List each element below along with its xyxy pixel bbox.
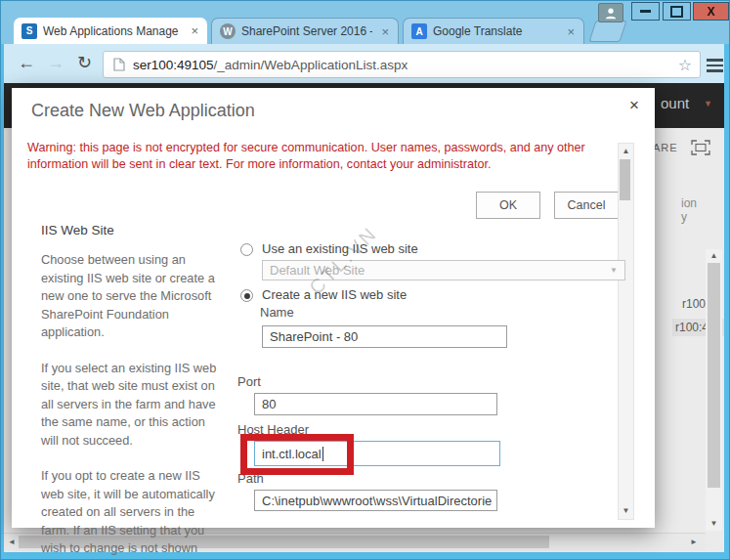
- browser-toolbar: ← → ↻ ser100:49105/_admin/WebApplication…: [4, 44, 724, 83]
- ok-button[interactable]: OK: [476, 192, 540, 219]
- url-host: ser100:49105: [133, 58, 214, 72]
- maximize-icon: [670, 6, 683, 18]
- tab-sharepoint-server[interactable]: W SharePoint Server 2016 – ×: [211, 18, 399, 44]
- page-vertical-scrollbar[interactable]: ▲ ▼: [706, 249, 722, 531]
- section-paragraph: If you opt to create a new IIS web site,…: [41, 467, 219, 558]
- radio-create-new-label[interactable]: Create a new IIS web site: [262, 287, 407, 302]
- page-fragment: y: [681, 210, 687, 224]
- tab-title: SharePoint Server 2016 –: [241, 24, 372, 38]
- scroll-down-icon[interactable]: ▼: [619, 507, 633, 515]
- focus-icon[interactable]: [691, 140, 710, 155]
- scroll-up-icon[interactable]: ▲: [619, 144, 633, 155]
- page-icon: [113, 58, 125, 71]
- tab-close-icon[interactable]: ×: [564, 25, 578, 38]
- back-icon: ←: [18, 53, 35, 72]
- minimize-button[interactable]: [631, 2, 660, 21]
- section-heading: IIS Web Site: [41, 223, 219, 237]
- create-web-application-dialog: Create New Web Application × Warning: th…: [12, 88, 655, 528]
- maximize-button[interactable]: [663, 2, 691, 21]
- tab-google-translate[interactable]: A Google Translate ×: [403, 18, 584, 44]
- name-value: SharePoint - 80: [270, 329, 358, 344]
- address-bar[interactable]: ser100:49105/_admin/WebApplicationList.a…: [103, 51, 701, 78]
- tab-title: Web Applications Manage: [43, 24, 182, 38]
- scroll-thumb[interactable]: [708, 263, 720, 488]
- minimize-icon: [640, 10, 651, 13]
- port-value: 80: [262, 397, 276, 411]
- url-text[interactable]: ser100:49105/_admin/WebApplicationList.a…: [133, 58, 408, 72]
- scroll-down-icon[interactable]: ▼: [706, 520, 722, 528]
- warning-line: information will be sent in clear text. …: [27, 157, 492, 171]
- tab-bar: S Web Applications Manage × W SharePoint…: [0, 0, 730, 44]
- dialog-close-icon[interactable]: ×: [629, 96, 639, 115]
- bookmark-star-icon[interactable]: ☆: [678, 56, 692, 74]
- dialog-scrollbar[interactable]: ▲ ▼: [618, 143, 634, 520]
- back-button[interactable]: ←: [18, 54, 35, 71]
- tab-web-applications[interactable]: S Web Applications Manage ×: [14, 18, 207, 44]
- tab-title: Google Translate: [433, 24, 558, 38]
- port-label: Port: [237, 374, 261, 389]
- reload-button[interactable]: ↻: [77, 54, 92, 71]
- section-paragraph: If you select an existing IIS web site, …: [41, 360, 219, 451]
- section-description: IIS Web Site Choose between using an exi…: [29, 223, 219, 560]
- wordpress-favicon-icon: W: [220, 23, 236, 39]
- radio-create-new-site[interactable]: [240, 289, 253, 302]
- scroll-thumb[interactable]: [620, 159, 630, 200]
- scroll-up-icon[interactable]: ▲: [706, 249, 722, 260]
- name-label: Name: [260, 305, 294, 320]
- port-input[interactable]: 80: [254, 393, 497, 415]
- sharepoint-favicon-icon: S: [21, 23, 37, 39]
- cancel-button[interactable]: Cancel: [554, 192, 619, 219]
- share-fragment[interactable]: ARE: [653, 142, 678, 153]
- dialog-title: Create New Web Application: [31, 101, 255, 121]
- path-input[interactable]: C:\inetpub\wwwroot\wss\VirtualDirectorie: [254, 490, 497, 511]
- tab-close-icon[interactable]: ×: [378, 25, 392, 38]
- warning-text: Warning: this page is not encrypted for …: [27, 140, 625, 173]
- close-button[interactable]: X: [693, 2, 729, 21]
- tab-close-icon[interactable]: ×: [188, 24, 201, 37]
- suite-caret-icon[interactable]: ▼: [704, 99, 712, 108]
- browser-window: S Web Applications Manage × W SharePoint…: [0, 0, 730, 560]
- name-input[interactable]: SharePoint - 80: [262, 325, 507, 348]
- translate-favicon-icon: A: [411, 23, 427, 39]
- scroll-left-icon[interactable]: ◄: [8, 538, 16, 546]
- reload-icon: ↻: [77, 53, 92, 72]
- section-paragraph: Choose between using an existing IIS web…: [41, 251, 219, 342]
- path-value: C:\inetpub\wwwroot\wss\VirtualDirectorie: [262, 494, 492, 508]
- hamburger-icon: [707, 59, 723, 62]
- warning-line: Warning: this page is not encrypted for …: [27, 141, 585, 154]
- forward-button[interactable]: →: [47, 54, 64, 71]
- forward-icon: →: [47, 53, 64, 72]
- profile-button[interactable]: [598, 3, 623, 22]
- radio-use-existing-site[interactable]: [240, 243, 253, 256]
- url-path: /_admin/WebApplicationList.aspx: [214, 58, 408, 72]
- person-icon: [604, 7, 618, 20]
- menu-button[interactable]: [707, 56, 723, 75]
- new-tab-button[interactable]: [588, 21, 626, 42]
- suite-account-fragment[interactable]: ount: [661, 95, 689, 111]
- scroll-right-icon[interactable]: ►: [690, 538, 698, 546]
- page-fragment: ion: [681, 196, 697, 210]
- close-icon: X: [707, 5, 714, 19]
- red-highlight-box: [240, 434, 354, 475]
- chevron-down-icon: ▼: [610, 266, 618, 275]
